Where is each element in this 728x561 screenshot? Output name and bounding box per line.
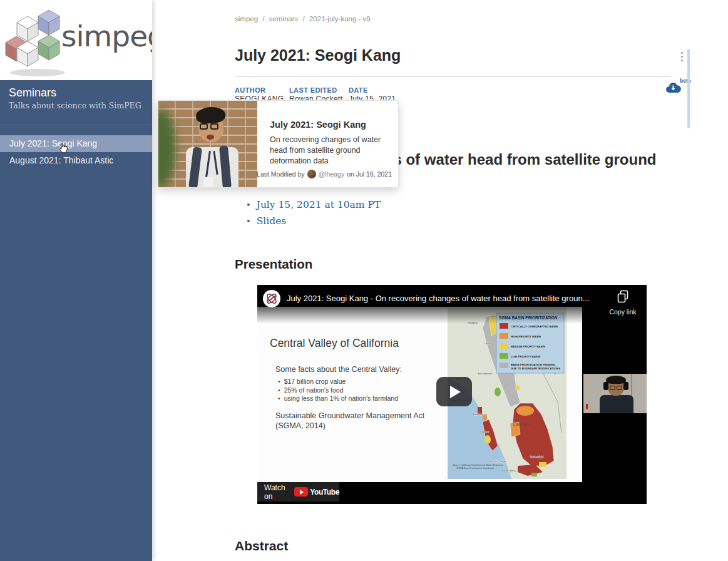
abstract-heading: Abstract [235,538,288,553]
youtube-logo-icon: YouTube [294,487,339,497]
breadcrumb-separator: / [303,15,305,23]
svg-text:California: California [513,422,530,426]
list-item: Slides [246,215,381,227]
svg-text:Salinas: Salinas [480,430,489,433]
channel-avatar-icon[interactable] [263,290,280,307]
svg-text:HIGH-PRIORITY BASIN: HIGH-PRIORITY BASIN [511,335,541,338]
presentation-heading: Presentation [235,257,312,272]
preview-modified: Last Modified by @lheagy on Jul 16, 2021 [257,170,392,178]
copy-link-button[interactable]: Copy link [603,290,642,316]
copy-icon [617,290,629,304]
breadcrumb-seminars[interactable]: seminars [269,15,299,23]
download-beta-button[interactable]: beta [665,76,695,98]
simpeg-wordmark: simpeg [61,19,152,53]
scrollbar-thumb[interactable] [687,49,690,128]
watch-on-youtube-button[interactable]: Watch on YouTube [257,482,339,502]
more-options-kebab-icon[interactable] [679,52,684,63]
lheagy-avatar [307,170,316,178]
date-value: July 15, 2021 [349,95,396,100]
column-date: DATE [349,86,368,94]
cloud-download-icon [665,81,682,95]
list-item: July 15, 2021 at 10am PT [246,199,381,210]
modified-date: on Jul 16, 2021 [347,170,392,178]
svg-text:Source: California Department: Source: California Department of Water R… [453,464,503,466]
svg-text:Sacramento: Sacramento [478,372,493,375]
page-title: July 2021: Seogi Kang [235,46,401,64]
seminar-date-link[interactable]: July 15, 2021 at 10am PT [257,199,381,210]
svg-text:Santa Maria: Santa Maria [501,469,516,472]
svg-text:CRITICALLY OVERDRAFTED BASIN: CRITICALLY OVERDRAFTED BASIN [511,325,558,328]
preview-description: On recovering changes of water head from… [270,135,389,167]
play-button[interactable] [436,377,472,406]
last-edited-value: Rowan Cockett [289,95,342,100]
preview-card-body: July 2021: Seogi Kang On recovering chan… [257,101,398,187]
presenter-webcam [583,374,647,413]
sidebar-item-july-2021-seogi-kang[interactable]: July 2021: Seogi Kang [0,135,152,152]
logo-area: simpeg [0,0,152,80]
watch-on-label: Watch on [264,483,290,501]
column-last-edited: LAST EDITED [289,86,337,94]
link-preview-card[interactable]: July 2021: Seogi Kang On recovering chan… [158,100,399,188]
sidebar-title: Seminars [9,86,56,100]
breadcrumb: simpeg / seminars / 2021-july-kang - v9 [235,15,373,23]
video-title-bar: July 2021: Seogi Kang - On recovering ch… [257,285,647,324]
svg-text:MEDIUM-PRIORITY BASIN: MEDIUM-PRIORITY BASIN [511,345,545,348]
preview-title: July 2021: Seogi Kang [270,120,389,130]
video-title[interactable]: July 2021: Seogi Kang - On recovering ch… [287,294,612,303]
svg-text:Bakersfield: Bakersfield [530,455,544,458]
svg-text:SGMA Basin Prioritization Dash: SGMA Basin Prioritization Dashboard [456,467,494,470]
sidebar: simpeg Seminars Talks about science with… [0,0,152,561]
sidebar-item-august-2021-thibaut-astic[interactable]: August 2021: Thibaut Astic [0,152,152,169]
sidebar-divider [0,125,152,125]
breadcrumb-simpeg[interactable]: simpeg [235,15,258,23]
slide-facts: $17 billion crop value 25% of nation's f… [278,378,398,403]
slide-intro: Some facts about the Central Valley: [275,365,402,374]
divider [235,76,671,77]
sidebar-subtitle: Talks about science with SimPEG [9,101,141,110]
author-value: SEOGI KANG [235,95,284,100]
page: simpeg Seminars Talks about science with… [0,0,728,561]
slide-title: Central Valley of California [270,337,399,350]
modified-user: @lheagy [319,170,345,178]
copy-link-label: Copy link [603,308,642,316]
seogi-kang-photo [158,101,257,187]
mouse-cursor-hand-icon [58,142,68,154]
breadcrumb-current[interactable]: 2021-july-kang - v9 [309,15,371,23]
slide-note: Sustainable Groundwater Management Act (… [275,411,424,431]
seminar-links: July 15, 2021 at 10am PT Slides [246,199,381,232]
svg-text:LOW-PRIORITY BASIN: LOW-PRIORITY BASIN [511,355,540,358]
slides-link[interactable]: Slides [257,215,287,227]
svg-text:DUE TO BOUNDARY MODIFICATIONS: DUE TO BOUNDARY MODIFICATIONS [511,367,560,370]
breadcrumb-separator: / [262,15,264,23]
svg-text:Chico: Chico [484,342,491,345]
play-icon [450,386,461,398]
svg-text:San Luis Obispo: San Luis Obispo [489,460,506,463]
youtube-embed[interactable]: Central Valley of California Some facts … [257,285,647,504]
svg-text:BASIN PRIORITIZATION PENDING: BASIN PRIORITIZATION PENDING [511,363,556,366]
column-author: AUTHOR [235,86,265,94]
svg-text:San Jose: San Jose [473,413,484,416]
